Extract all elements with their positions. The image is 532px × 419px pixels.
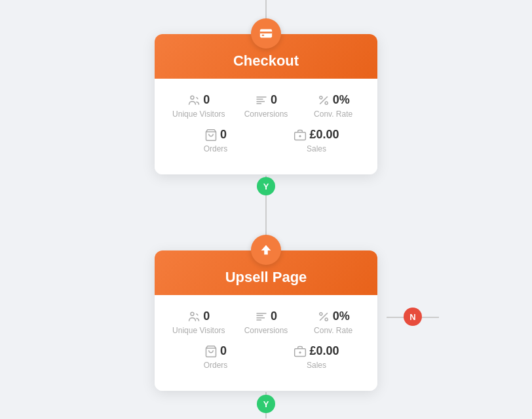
upsell-body: 0 Unique Visitors xyxy=(155,295,377,391)
badge-y2: Y xyxy=(257,395,275,413)
upsell-conversions-icon xyxy=(255,310,268,323)
checkout-sales: £0.00 Sales xyxy=(287,128,346,153)
upsell-sales-icon xyxy=(294,345,307,358)
upsell-sales-number: £0.00 xyxy=(309,344,339,358)
checkout-sales-label: Sales xyxy=(307,144,326,153)
svg-rect-1 xyxy=(260,31,272,33)
checkout-orders-value-row: 0 xyxy=(204,128,227,142)
upsell-conv-value-row: 0 xyxy=(255,309,277,323)
upsell-conv-number: 0 xyxy=(271,309,277,323)
upsell-cr-number: 0% xyxy=(333,309,350,323)
sales-icon xyxy=(294,129,307,142)
upsell-conv-rate-icon xyxy=(317,310,330,323)
badge-y1: Y xyxy=(257,177,275,195)
upsell-orders-number: 0 xyxy=(220,344,227,358)
connector-line-top xyxy=(265,0,267,18)
upsell-orders: 0 Orders xyxy=(186,344,245,370)
upsell-cr-value-row: 0% xyxy=(317,309,350,323)
checkout-uv-value-row: 0 xyxy=(187,93,210,107)
upsell-unique-visitors: 0 Unique Visitors xyxy=(169,309,228,335)
checkout-orders-number: 0 xyxy=(220,128,227,142)
upsell-title: Upsell Page xyxy=(165,269,367,286)
upsell-conversions: 0 Conversions xyxy=(237,309,295,335)
conversions-icon xyxy=(255,94,268,107)
upsell-stats-row-1: 0 Unique Visitors xyxy=(165,309,367,335)
checkout-orders: 0 Orders xyxy=(186,128,245,153)
upsell-sales: £0.00 Sales xyxy=(287,344,346,370)
upsell-conv-rate: 0% Conv. Rate xyxy=(304,309,363,335)
checkout-conv-number: 0 xyxy=(271,93,277,107)
svg-point-3 xyxy=(191,96,194,99)
checkout-unique-visitors: 0 Unique Visitors xyxy=(169,93,228,119)
upsell-orders-icon xyxy=(204,345,218,358)
svg-point-21 xyxy=(319,312,322,315)
checkout-card-inner: Checkout 0 xyxy=(155,34,377,174)
upsell-card-inner: Upsell Page 0 xyxy=(155,250,377,391)
upsell-cr-label: Conv. Rate xyxy=(314,326,352,335)
checkout-orders-label: Orders xyxy=(204,144,228,153)
checkout-card: Checkout 0 xyxy=(155,18,377,174)
checkout-cr-number: 0% xyxy=(333,93,350,107)
svg-point-15 xyxy=(191,312,194,315)
upsell-uv-number: 0 xyxy=(203,309,210,323)
checkout-stats-row-1: 0 Unique Visitors xyxy=(165,93,367,119)
checkout-title: Checkout xyxy=(165,52,367,70)
checkout-conv-label: Conversions xyxy=(244,110,288,119)
upsell-card: Upsell Page 0 xyxy=(155,235,377,391)
checkout-body: 0 Unique Visitors xyxy=(155,79,377,174)
users-icon xyxy=(187,94,200,107)
checkout-sales-value-row: £0.00 xyxy=(294,128,339,142)
canvas: Y N Y Checkout xyxy=(0,0,532,419)
upsell-stats-row-2: 0 Orders £0.00 xyxy=(165,344,367,370)
badge-n: N xyxy=(404,308,422,326)
upsell-orders-label: Orders xyxy=(204,361,228,370)
upsell-sales-value-row: £0.00 xyxy=(294,344,339,358)
upsell-conv-label: Conversions xyxy=(244,326,288,335)
checkout-conv-value-row: 0 xyxy=(255,93,277,107)
upsell-uv-value-row: 0 xyxy=(187,309,210,323)
upsell-icon xyxy=(251,235,281,265)
checkout-cr-value-row: 0% xyxy=(317,93,350,107)
upsell-sales-label: Sales xyxy=(307,361,326,370)
checkout-uv-number: 0 xyxy=(203,93,210,107)
checkout-stats-row-2: 0 Orders £0.00 xyxy=(165,128,367,153)
checkout-uv-label: Unique Visitors xyxy=(172,110,225,119)
checkout-conversions: 0 Conversions xyxy=(237,93,295,119)
upsell-users-icon xyxy=(187,310,200,323)
svg-point-10 xyxy=(325,102,328,104)
conv-rate-icon xyxy=(317,94,330,107)
checkout-icon xyxy=(251,18,281,49)
svg-line-8 xyxy=(320,96,328,104)
upsell-orders-value-row: 0 xyxy=(204,344,227,358)
svg-line-20 xyxy=(320,313,328,321)
upsell-uv-label: Unique Visitors xyxy=(172,326,225,335)
orders-icon xyxy=(204,129,218,142)
checkout-conv-rate: 0% Conv. Rate xyxy=(304,93,363,119)
svg-rect-2 xyxy=(262,35,265,36)
checkout-cr-label: Conv. Rate xyxy=(314,110,352,119)
svg-point-22 xyxy=(325,318,328,321)
svg-point-9 xyxy=(319,96,322,98)
checkout-sales-number: £0.00 xyxy=(309,128,339,142)
